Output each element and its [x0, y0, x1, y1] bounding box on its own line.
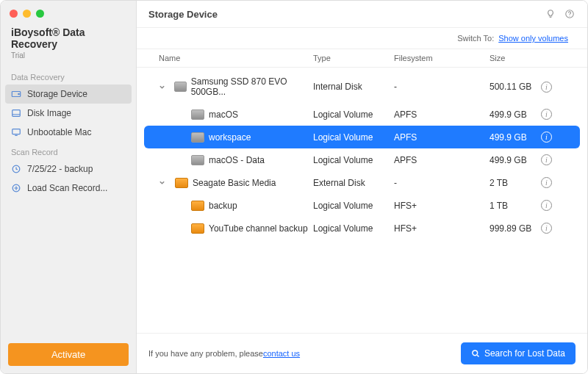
lightbulb-icon[interactable]	[545, 8, 556, 20]
info-icon[interactable]: i	[541, 132, 552, 143]
footer-text: If you have any problem, please	[148, 349, 263, 358]
row-name: Seagate Basic Media	[193, 178, 276, 188]
col-name: Name	[159, 54, 313, 62]
row-type: Logical Volume	[313, 132, 394, 143]
row-type: External Disk	[313, 178, 394, 188]
row-type: Logical Volume	[313, 109, 394, 120]
row-size: 499.9 GB	[490, 155, 541, 165]
svg-point-1	[18, 93, 19, 94]
search-button[interactable]: Search for Lost Data	[461, 342, 576, 364]
sidebar-item-label: Load Scan Record...	[27, 183, 107, 193]
col-type: Type	[313, 54, 394, 62]
info-icon[interactable]: i	[541, 154, 552, 165]
search-button-label: Search for Lost Data	[484, 348, 565, 359]
external-drive-icon	[191, 223, 204, 234]
contact-link[interactable]: contact us	[263, 349, 300, 358]
chevron-down-icon[interactable]	[159, 84, 165, 90]
sidebar-item-label: 7/25/22 - backup	[27, 164, 93, 174]
external-drive-icon	[191, 201, 204, 211]
help-icon[interactable]	[564, 8, 576, 20]
switch-row: Switch To: Show only volumes	[137, 28, 587, 48]
col-size: Size	[490, 54, 541, 62]
row-filesystem: APFS	[394, 155, 490, 165]
row-filesystem: -	[394, 82, 490, 92]
internal-drive-icon	[191, 132, 204, 143]
plus-circle-icon	[11, 183, 21, 193]
close-icon[interactable]	[10, 10, 18, 18]
sidebar-item-load-scan[interactable]: Load Scan Record...	[1, 179, 136, 198]
row-type: Logical Volume	[313, 155, 394, 165]
zoom-icon[interactable]	[36, 10, 44, 18]
info-icon[interactable]: i	[541, 200, 552, 211]
row-size: 499.9 GB	[490, 109, 541, 120]
row-size: 499.9 GB	[490, 132, 541, 143]
row-name: YouTube channel backup	[209, 223, 308, 234]
table-row[interactable]: Seagate Basic MediaExternal Disk-2 TBi	[144, 171, 580, 194]
table-row[interactable]: Samsung SSD 870 EVO 500GB...Internal Dis…	[144, 71, 580, 103]
switch-label: Switch To:	[457, 34, 494, 43]
info-icon[interactable]: i	[541, 109, 552, 120]
row-type: Logical Volume	[313, 223, 394, 234]
info-icon[interactable]: i	[541, 82, 552, 93]
sidebar-item-label: Unbootable Mac	[27, 127, 91, 137]
drive-icon	[11, 89, 21, 99]
svg-point-8	[473, 350, 478, 356]
row-name: workspace	[209, 132, 251, 143]
sidebar-item-disk-image[interactable]: Disk Image	[1, 104, 136, 123]
table-row[interactable]: YouTube channel backupLogical VolumeHFS+…	[144, 217, 580, 240]
info-icon[interactable]: i	[541, 177, 552, 188]
disk-image-icon	[11, 108, 21, 118]
switch-link[interactable]: Show only volumes	[498, 34, 568, 43]
table-body: Samsung SSD 870 EVO 500GB...Internal Dis…	[137, 68, 587, 333]
row-filesystem: HFS+	[394, 201, 490, 211]
table-row[interactable]: macOSLogical VolumeAPFS499.9 GBi	[144, 103, 580, 126]
license-status: Trial	[1, 51, 136, 67]
sidebar-item-label: Storage Device	[27, 89, 87, 99]
col-filesystem: Filesystem	[394, 54, 490, 62]
svg-point-7	[569, 15, 570, 16]
row-name: Samsung SSD 870 EVO 500GB...	[191, 76, 313, 97]
sidebar-item-label: Disk Image	[27, 108, 71, 118]
row-type: Internal Disk	[313, 82, 394, 92]
table-row[interactable]: macOS - DataLogical VolumeAPFS499.9 GBi	[144, 148, 580, 171]
titlebar: Storage Device	[137, 1, 587, 28]
row-filesystem: APFS	[394, 109, 490, 120]
sidebar-item-storage-device[interactable]: Storage Device	[5, 84, 132, 104]
chevron-down-icon[interactable]	[159, 179, 166, 186]
row-type: Logical Volume	[313, 201, 394, 211]
row-name: backup	[209, 201, 237, 211]
app-title: iBoysoft® Data Recovery	[1, 24, 136, 51]
footer: If you have any problem, please contact …	[137, 333, 587, 373]
sidebar: iBoysoft® Data Recovery Trial Data Recov…	[1, 1, 137, 373]
svg-rect-3	[12, 129, 21, 134]
monitor-icon	[11, 127, 21, 137]
internal-drive-icon	[191, 155, 204, 165]
external-drive-icon	[175, 178, 188, 188]
svg-rect-2	[12, 110, 21, 117]
table-header: Name Type Filesystem Size	[137, 48, 587, 68]
row-filesystem: -	[394, 178, 490, 188]
table-row[interactable]: workspaceLogical VolumeAPFS499.9 GBi	[144, 126, 580, 148]
row-size: 500.11 GB	[490, 82, 541, 92]
internal-drive-icon	[191, 109, 204, 120]
row-filesystem: APFS	[394, 132, 490, 143]
row-name: macOS - Data	[209, 155, 265, 165]
internal-drive-icon	[174, 82, 187, 92]
section-data-recovery: Data Recovery	[1, 67, 136, 84]
table-row[interactable]: backupLogical VolumeHFS+1 TBi	[144, 194, 580, 217]
section-scan-record: Scan Record	[1, 142, 136, 159]
page-title: Storage Device	[148, 9, 218, 20]
sidebar-item-unbootable-mac[interactable]: Unbootable Mac	[1, 123, 136, 142]
main-panel: Storage Device Switch To: Show only volu…	[137, 1, 587, 373]
history-icon	[11, 164, 21, 174]
app-window: iBoysoft® Data Recovery Trial Data Recov…	[1, 1, 587, 373]
minimize-icon[interactable]	[23, 10, 31, 18]
row-size: 2 TB	[490, 178, 541, 188]
activate-button[interactable]: Activate	[8, 343, 129, 366]
sidebar-item-scan-record[interactable]: 7/25/22 - backup	[1, 159, 136, 179]
row-name: macOS	[209, 109, 238, 120]
row-filesystem: HFS+	[394, 223, 490, 234]
info-icon[interactable]: i	[541, 223, 552, 234]
row-size: 1 TB	[490, 201, 541, 211]
window-controls	[1, 1, 136, 24]
